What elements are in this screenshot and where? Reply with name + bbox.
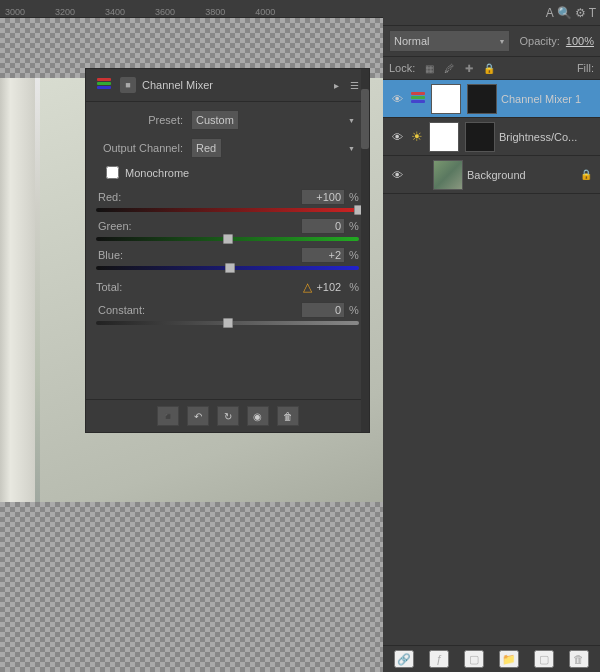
total-unit: % (349, 281, 359, 293)
constant-slider-header: Constant: % (96, 302, 359, 318)
previous-state-button[interactable]: ↶ (187, 406, 209, 426)
layer-row-brightness[interactable]: 👁 ☀ Brightness/Co... (383, 118, 600, 156)
strip-settings-button[interactable]: ⚙ (575, 6, 586, 20)
layer-visibility-3[interactable]: 👁 (389, 167, 405, 183)
constant-unit: % (349, 304, 359, 316)
layer-name-1: Channel Mixer 1 (501, 93, 594, 105)
constant-slider-track[interactable] (96, 321, 359, 325)
delete-layer-button[interactable]: 🗑 (569, 650, 589, 668)
opacity-label: Opacity: (520, 35, 560, 47)
blend-mode-select[interactable]: Normal (389, 30, 510, 52)
monochrome-checkbox[interactable] (106, 166, 119, 179)
layer-mask-thumb-1 (467, 84, 497, 114)
red-slider-header: Red: % (96, 189, 359, 205)
ruler-marks: 3000 3200 3400 3600 3800 4000 (0, 0, 275, 17)
delete-button[interactable]: 🗑 (277, 406, 299, 426)
add-mask-button[interactable]: ▢ (464, 650, 484, 668)
preset-row: Preset: Custom (96, 110, 359, 130)
layer-visibility-2[interactable]: 👁 (389, 129, 405, 145)
lock-bar: Lock: ▦ 🖉 ✚ 🔒 Fill: (383, 57, 600, 80)
blend-mode-bar: Normal Opacity: 100% (383, 26, 600, 57)
layer-type-icon-2: ☀ (409, 129, 425, 145)
output-channel-label: Output Channel: (96, 142, 191, 154)
layer-mask-thumb-2 (465, 122, 495, 152)
green-slider-thumb[interactable] (223, 234, 233, 244)
layer-lock-icon-3: 🔒 (578, 167, 594, 183)
constant-slider-thumb[interactable] (223, 318, 233, 328)
layers-toolbar: 🔗 ƒ ▢ 📁 ▢ 🗑 (383, 645, 600, 672)
red-value-area: % (301, 189, 359, 205)
visibility-button[interactable]: ◉ (247, 406, 269, 426)
strip-eye-button[interactable]: T (589, 6, 596, 20)
preset-select-wrapper[interactable]: Custom (191, 110, 359, 130)
layer-name-2: Brightness/Co... (499, 131, 594, 143)
layer-row-channel-mixer[interactable]: 👁 Channel Mixer 1 (383, 80, 600, 118)
lock-transparency-button[interactable]: ▦ (421, 60, 437, 76)
panel-title-area: ■ Channel Mixer (94, 75, 213, 95)
blue-label: Blue: (96, 249, 123, 261)
blue-slider-section: Blue: % (96, 247, 359, 270)
red-value-input[interactable] (301, 189, 345, 205)
panel-header: ■ Channel Mixer ▸ ☰ (86, 69, 369, 102)
layer-row-background[interactable]: 👁 Background 🔒 (383, 156, 600, 194)
green-label: Green: (96, 220, 132, 232)
properties-panel: ■ Channel Mixer ▸ ☰ Preset: (85, 68, 370, 433)
strip-search-button[interactable]: 🔍 (557, 6, 572, 20)
canvas-content: ■ Channel Mixer ▸ ☰ Preset: (0, 18, 383, 672)
layer-thumb-1 (431, 84, 461, 114)
lock-icons: ▦ 🖉 ✚ 🔒 (421, 60, 497, 76)
green-unit: % (349, 220, 359, 232)
panel-scrollbar[interactable] (361, 69, 369, 432)
channel-mixer-icon (94, 75, 114, 95)
layer-visibility-1[interactable]: 👁 (389, 91, 405, 107)
strip-tool-1[interactable]: A (546, 6, 554, 20)
monochrome-row[interactable]: Monochrome (96, 166, 359, 179)
blue-slider-thumb[interactable] (225, 263, 235, 273)
total-label: Total: (96, 281, 122, 293)
panel-body: Preset: Custom Output Channel: Red (86, 102, 369, 399)
green-slider-track[interactable] (96, 237, 359, 241)
opacity-value[interactable]: 100% (566, 35, 594, 47)
red-slider-section: Red: % (96, 189, 359, 212)
panel-controls: ▸ ☰ (329, 78, 361, 92)
panel-menu-button[interactable]: ☰ (347, 78, 361, 92)
lock-all-button[interactable]: 🔒 (481, 60, 497, 76)
lock-image-button[interactable]: 🖉 (441, 60, 457, 76)
constant-value-input[interactable] (301, 302, 345, 318)
add-style-button[interactable]: ƒ (429, 650, 449, 668)
constant-label: Constant: (96, 304, 145, 316)
layers-empty-space (383, 194, 600, 645)
add-to-canvas-button[interactable]: ◾ (157, 406, 179, 426)
blue-unit: % (349, 249, 359, 261)
monochrome-label: Monochrome (125, 167, 189, 179)
reset-button[interactable]: ↻ (217, 406, 239, 426)
new-group-button[interactable]: 📁 (499, 650, 519, 668)
blend-mode-select-wrapper[interactable]: Normal (389, 30, 510, 52)
scrollbar-thumb[interactable] (361, 89, 369, 149)
ruler-top: 3000 3200 3400 3600 3800 4000 (0, 0, 383, 18)
output-channel-select-wrapper[interactable]: Red (191, 138, 359, 158)
layer-thumb-2 (429, 122, 459, 152)
lock-label: Lock: (389, 62, 415, 74)
lock-position-button[interactable]: ✚ (461, 60, 477, 76)
canvas-area: 3000 3200 3400 3600 3800 4000 (0, 0, 383, 672)
panel-expand-button[interactable]: ▸ (329, 78, 343, 92)
link-layers-button[interactable]: 🔗 (394, 650, 414, 668)
blue-value-input[interactable] (301, 247, 345, 263)
red-slider-track[interactable] (96, 208, 359, 212)
preset-select[interactable]: Custom (191, 110, 239, 130)
red-label: Red: (96, 191, 121, 203)
blue-slider-track[interactable] (96, 266, 359, 270)
output-channel-select[interactable]: Red (191, 138, 222, 158)
output-channel-row: Output Channel: Red (96, 138, 359, 158)
green-value-input[interactable] (301, 218, 345, 234)
transparency-checker-bottom (0, 502, 383, 672)
red-unit: % (349, 191, 359, 203)
green-slider-section: Green: % (96, 218, 359, 241)
fill-label: Fill: (577, 62, 594, 74)
new-layer-button[interactable]: ▢ (534, 650, 554, 668)
constant-value-area: % (301, 302, 359, 318)
warning-icon: △ (303, 280, 312, 294)
top-tool-strip: A 🔍 ⚙ T (383, 0, 600, 26)
layer-thumb-3 (433, 160, 463, 190)
